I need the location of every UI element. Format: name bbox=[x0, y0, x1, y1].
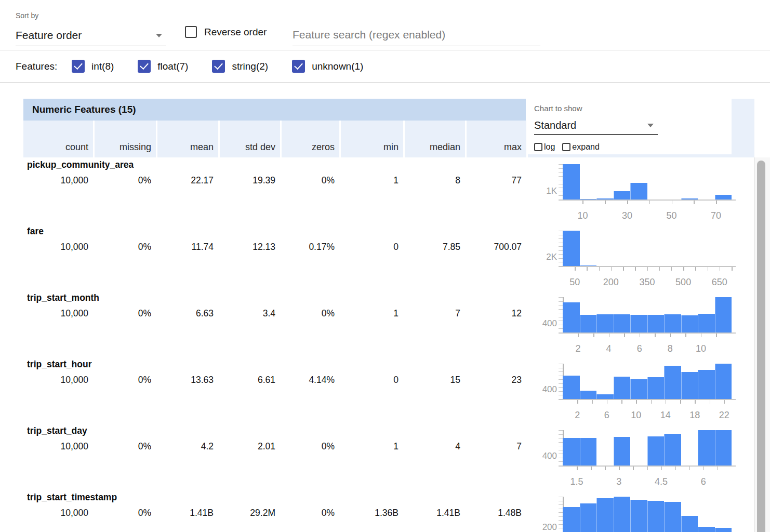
feature-type-checkbox-float[interactable]: float(7) bbox=[138, 60, 188, 73]
stat-std-dev: 2.01 bbox=[218, 441, 280, 452]
y-axis-tick bbox=[559, 328, 563, 329]
histogram-trip_start_timestamp: 200 bbox=[540, 490, 752, 532]
histogram-trip_start_hour: 4002610141822 bbox=[540, 357, 752, 423]
feature-stats-row: 10,0000%1.41B29.2M0%1.36B1.41B1.48B bbox=[23, 508, 526, 518]
histogram-bar bbox=[614, 191, 631, 200]
feature-row: trip_start_hour10,0000%13.636.614.14%015… bbox=[23, 357, 526, 423]
feature-type-label: unknown(1) bbox=[312, 61, 363, 72]
x-tick bbox=[592, 400, 593, 404]
feature-search-input[interactable] bbox=[293, 24, 540, 46]
feature-type-checkbox-int[interactable]: int(8) bbox=[72, 60, 114, 73]
expand-label: expand bbox=[572, 142, 600, 152]
feature-stats-row: 10,0000%22.1719.390%1877 bbox=[23, 175, 526, 186]
column-header-row: countmissingmeanstd devzerosminmedianmax bbox=[23, 121, 526, 157]
histogram-bar bbox=[614, 314, 631, 332]
histogram-bar bbox=[630, 183, 647, 200]
stat-min: 1 bbox=[339, 441, 403, 452]
numeric-features-title: Numeric Features (15) bbox=[23, 104, 136, 115]
y-axis-label: 400 bbox=[540, 451, 557, 461]
y-axis-tick bbox=[559, 235, 563, 235]
histogram-bar bbox=[596, 498, 614, 532]
y-axis-tick bbox=[559, 254, 563, 255]
histogram-trip_start_day: 4001.534.56 bbox=[540, 423, 752, 490]
x-tick-label: 50 bbox=[654, 210, 690, 221]
x-tick-label: 30 bbox=[609, 210, 645, 221]
x-tick bbox=[670, 334, 671, 337]
y-axis-tick bbox=[559, 297, 563, 298]
x-tick-label: 6 bbox=[685, 476, 722, 487]
x-tick bbox=[661, 467, 662, 470]
histogram-bar bbox=[580, 438, 597, 466]
x-tick bbox=[619, 467, 620, 470]
column-header-max: max bbox=[465, 121, 526, 157]
y-axis-label: 400 bbox=[540, 318, 557, 329]
chart-options: log expand bbox=[534, 142, 600, 152]
feature-type-checkbox-unknown[interactable]: unknown(1) bbox=[292, 60, 363, 73]
sort-by-select[interactable]: Feature order bbox=[16, 25, 166, 46]
feature-row: trip_start_timestamp10,0000%1.41B29.2M0%… bbox=[23, 490, 526, 532]
reverse-order-checkbox[interactable]: Reverse order bbox=[185, 26, 267, 38]
feature-name: pickup_community_area bbox=[23, 157, 526, 170]
chart-header-cell: Chart to show Standard log expand bbox=[528, 99, 754, 157]
x-tick bbox=[720, 267, 721, 271]
y-axis-label: 400 bbox=[540, 384, 557, 395]
feature-type-checkbox-string[interactable]: string(2) bbox=[212, 60, 268, 73]
top-toolbar: Sort by Feature order Reverse order bbox=[0, 0, 770, 50]
histogram-bar bbox=[664, 434, 681, 466]
stat-max: 77 bbox=[465, 175, 526, 186]
x-tick bbox=[635, 267, 636, 271]
stat-zeros: 4.14% bbox=[280, 375, 339, 385]
y-axis-tick bbox=[559, 321, 563, 321]
x-tick bbox=[627, 201, 628, 204]
expand-checkbox[interactable]: expand bbox=[562, 142, 600, 152]
x-tick bbox=[701, 334, 702, 337]
feature-stats-row: 10,0000%13.636.614.14%01523 bbox=[23, 375, 526, 385]
stat-std-dev: 3.4 bbox=[218, 308, 280, 319]
histogram-pickup_community_area: 1K10305070 bbox=[540, 157, 752, 224]
y-axis-tick bbox=[559, 395, 563, 395]
histogram-bar bbox=[681, 315, 698, 332]
stat-max: 700.07 bbox=[465, 242, 526, 252]
feature-type-label: string(2) bbox=[232, 61, 268, 72]
y-axis-label: 2K bbox=[540, 252, 557, 262]
checkbox-unchecked-icon bbox=[562, 143, 570, 151]
stat-std-dev: 12.13 bbox=[218, 242, 280, 252]
x-tick bbox=[621, 400, 622, 404]
histogram-bar bbox=[698, 430, 715, 466]
x-tick bbox=[640, 334, 641, 337]
histogram-bar bbox=[563, 376, 580, 399]
log-checkbox[interactable]: log bbox=[534, 142, 555, 152]
feature-name: trip_start_month bbox=[23, 290, 526, 303]
y-axis-tick bbox=[559, 528, 563, 528]
x-tick bbox=[718, 467, 719, 470]
stat-count: 10,000 bbox=[23, 308, 93, 319]
histogram-fare: 2K50200350500650 bbox=[540, 224, 752, 290]
histogram-bar bbox=[596, 314, 614, 332]
vertical-scrollbar-thumb[interactable] bbox=[757, 161, 765, 532]
y-axis-tick bbox=[559, 458, 563, 458]
histogram-bar bbox=[681, 372, 698, 399]
x-tick-label: 3 bbox=[601, 476, 637, 487]
x-tick bbox=[636, 400, 637, 404]
x-tick bbox=[695, 400, 696, 404]
sort-by-value: Feature order bbox=[16, 29, 82, 42]
chart-controls-panel: Chart to show Standard log expand bbox=[528, 99, 732, 154]
column-header-missing: missing bbox=[93, 121, 156, 157]
histogram-bar bbox=[664, 314, 681, 332]
x-tick-label: 350 bbox=[629, 277, 666, 288]
stat-mean: 11.74 bbox=[156, 242, 218, 252]
x-tick bbox=[695, 267, 696, 271]
x-tick-label: 1.5 bbox=[559, 476, 595, 487]
feature-stats-row: 10,0000%4.22.010%147 bbox=[23, 441, 526, 452]
sort-by-label: Sort by bbox=[16, 11, 38, 20]
feature-stats-row: 10,0000%11.7412.130.17%07.85700.07 bbox=[23, 242, 526, 252]
stat-missing: 0% bbox=[93, 308, 156, 319]
histogram-trip_start_month: 400246810 bbox=[540, 290, 752, 357]
stat-zeros: 0% bbox=[280, 175, 339, 186]
x-tick bbox=[578, 334, 579, 337]
x-tick-label: 70 bbox=[698, 210, 734, 221]
y-axis-tick bbox=[559, 516, 563, 517]
feature-type-label: int(8) bbox=[91, 61, 114, 72]
chart-type-select[interactable]: Standard bbox=[534, 117, 658, 135]
stat-median: 7.85 bbox=[403, 242, 465, 252]
